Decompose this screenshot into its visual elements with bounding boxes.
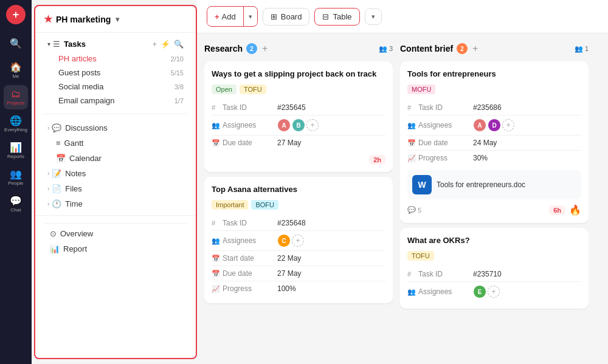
sidebar-item-calendar[interactable]: 📅 Calendar	[39, 151, 192, 166]
card-asana-alternatives: Top Asana alternatives Important BOFU # …	[204, 177, 393, 303]
project-name: PH marketing	[56, 15, 111, 24]
reports-icon: 📊	[10, 143, 22, 153]
avatar-add-button[interactable]: +	[502, 119, 514, 131]
table-label: Table	[333, 12, 351, 21]
tasks-header[interactable]: ▾ ☰ Tasks + ⚡ 🔍	[39, 36, 192, 52]
table-row: 👥 Assignees A B +	[212, 115, 385, 136]
content-brief-people: 👥1	[575, 45, 589, 53]
card-okrs-title: What are OKRs?	[407, 235, 581, 246]
card-okrs: What are OKRs? TOFU # Task ID #235710 👥 …	[400, 228, 589, 309]
assignees-icon: 👥	[212, 231, 223, 251]
sidebar-item-search[interactable]: 🔍	[4, 32, 28, 56]
sidebar: ★ PH marketing ▾ ▾ ☰ Tasks + ⚡ 🔍 PH arti…	[34, 5, 197, 359]
card-slipping-title: Ways to get a slipping project back on t…	[212, 69, 385, 80]
hash-icon: #	[407, 100, 418, 115]
tasks-section: ▾ ☰ Tasks + ⚡ 🔍 PH articles 2/10 Guest p…	[35, 33, 196, 111]
board-view-button[interactable]: ⊞ Board	[263, 8, 310, 26]
assignees-label: Assignees	[223, 231, 277, 251]
progress-icon: 📈	[212, 281, 223, 297]
hash-icon: #	[212, 216, 223, 231]
view-more-button[interactable]: ▾	[365, 9, 382, 25]
column-content-brief: Content brief 2 + 👥1 Tools for entrepren…	[400, 41, 589, 357]
sidebar-divider	[44, 114, 187, 114]
sidebar-item-reports[interactable]: 📊 Reports	[4, 139, 28, 163]
time-expand-icon: ›	[47, 201, 49, 207]
plus-icon: +	[215, 12, 219, 21]
research-add-icon[interactable]: +	[262, 43, 268, 54]
avatar-group: A B +	[277, 118, 385, 132]
sidebar-item-gantt[interactable]: ≡ Gantt	[39, 136, 192, 151]
sidebar-item-time[interactable]: › 🕐 Time	[39, 196, 192, 211]
task-subitem-email-campaign[interactable]: Email campaign 1/7	[39, 94, 192, 108]
task-id-value: #235686	[473, 100, 581, 115]
tag-tofu: TOFU	[407, 251, 434, 261]
table-view-button[interactable]: ⊟ Table	[314, 8, 359, 26]
research-badge: 2	[246, 43, 257, 54]
sidebar-item-files[interactable]: › 📄 Files	[39, 181, 192, 196]
global-add-button[interactable]: +	[6, 5, 26, 24]
card-slipping-tags: Open TOFU	[212, 84, 385, 94]
task-subitem-guest-posts[interactable]: Guest posts 5/15	[39, 66, 192, 80]
add-chevron-button[interactable]: ▾	[244, 9, 257, 24]
avatar-add-button[interactable]: +	[306, 119, 319, 131]
sidebar-item-chat[interactable]: 💬 Chat	[4, 192, 28, 216]
projects-label: Projects	[7, 100, 25, 106]
assignees-icon: 👥	[407, 282, 418, 302]
sidebar-header[interactable]: ★ PH marketing ▾	[35, 6, 196, 33]
avatar-add-button[interactable]: +	[488, 286, 500, 298]
sidebar-item-people[interactable]: 👥 People	[4, 165, 28, 190]
research-cards: Ways to get a slipping project back on t…	[204, 61, 393, 357]
card-tools-footer: 💬 5 6h 🔥	[407, 204, 581, 216]
avatar: E	[473, 285, 486, 298]
tag-mofu: MOFU	[407, 84, 435, 94]
due-date-value: 27 May	[277, 266, 385, 281]
sidebar-item-notes[interactable]: › 📝 Notes	[39, 166, 192, 181]
tasks-filter-icon[interactable]: ⚡	[161, 39, 170, 49]
task-subitem-social-media[interactable]: Social media 3/8	[39, 80, 192, 94]
main-content: + Add ▾ ⊞ Board ⊟ Table ▾ Research 2 +	[197, 0, 608, 364]
due-date-label: Due date	[223, 136, 277, 151]
social-media-label: Social media	[58, 82, 174, 91]
home-icon: 🏠	[10, 63, 22, 72]
notes-label: Notes	[65, 169, 184, 178]
bottom-divider	[44, 223, 187, 224]
files-icon: 📄	[52, 184, 61, 193]
me-label: Me	[12, 74, 19, 79]
sidebar-item-discussions[interactable]: › 💬 Discussions	[39, 120, 192, 136]
sidebar-item-report[interactable]: 📊 Report	[39, 241, 192, 256]
avatar-add-button[interactable]: +	[292, 235, 304, 247]
notes-expand-icon: ›	[47, 170, 49, 177]
board-area: Research 2 + 👥3 Ways to get a slipping p…	[197, 33, 608, 364]
sidebar-item-overview[interactable]: ⊙ Overview	[39, 226, 192, 241]
overview-label: Overview	[60, 229, 184, 238]
content-brief-add-icon[interactable]: +	[472, 43, 478, 54]
card-tools-entrepreneurs: Tools for entrepreneurs MOFU # Task ID #…	[400, 61, 589, 223]
assignees-value: A B +	[277, 115, 385, 136]
tasks-search-icon[interactable]: 🔍	[174, 39, 184, 49]
chat-icon: 💬	[10, 196, 22, 206]
task-subitem-ph-articles[interactable]: PH articles 2/10	[39, 52, 192, 66]
sidebar-item-everything[interactable]: 🌐 Everything	[4, 112, 28, 136]
add-main-button[interactable]: + Add	[207, 9, 243, 25]
overview-icon: ⊙	[50, 229, 57, 238]
task-id-label: Task ID	[418, 267, 473, 282]
reports-label: Reports	[7, 154, 24, 159]
avatar: A	[473, 118, 486, 132]
table-row: # Task ID #235710	[407, 267, 581, 282]
task-id-value: #235648	[277, 216, 385, 231]
content-brief-badge: 2	[457, 43, 468, 54]
sidebar-item-projects[interactable]: 🗂 Projects	[4, 85, 28, 109]
card-asana-table: # Task ID #235648 👥 Assignees C +	[212, 216, 385, 296]
content-brief-title: Content brief	[400, 44, 453, 53]
research-people-icon: 👥	[379, 45, 387, 53]
comment-count: 💬 5	[407, 206, 421, 214]
tasks-add-icon[interactable]: +	[152, 39, 157, 49]
table-row: 📅 Due date 24 May	[407, 136, 581, 151]
table-row: # Task ID #235686	[407, 100, 581, 115]
due-date-label: Due date	[223, 266, 277, 281]
chevron-down-icon: ▾	[116, 15, 119, 24]
doc-attachment: W Tools for entrepreneurs.doc	[407, 170, 581, 199]
start-date-label: Start date	[223, 251, 277, 266]
sidebar-item-me[interactable]: 🏠 Me	[4, 58, 28, 83]
notes-icon: 📝	[52, 169, 61, 178]
